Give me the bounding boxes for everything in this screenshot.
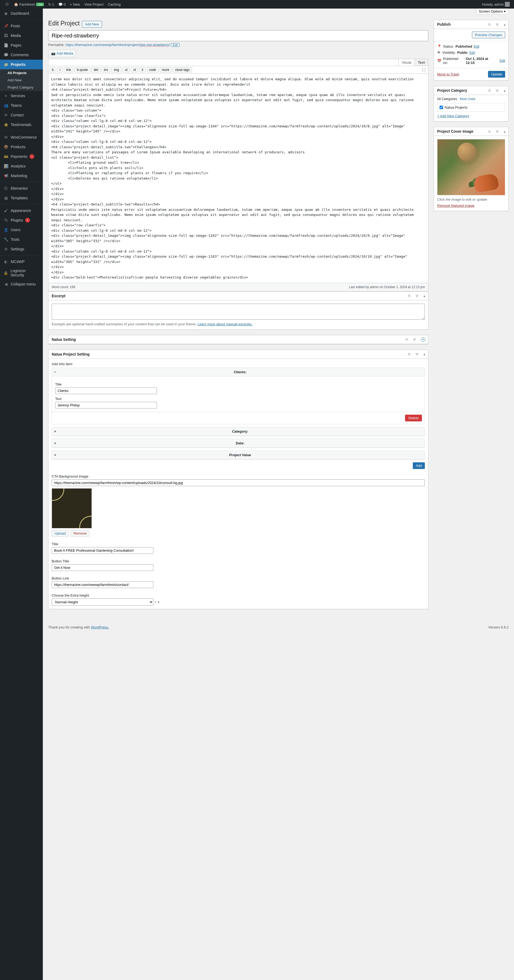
screen-options-toggle[interactable]: Screen Options ▾: [476, 9, 509, 14]
submenu-category[interactable]: Project Category: [0, 84, 43, 91]
excerpt-down[interactable]: ᐯ: [413, 294, 421, 298]
menu-users[interactable]: 👤Users: [0, 225, 43, 235]
submenu-all-projects[interactable]: All Projects: [0, 69, 43, 76]
qt-fullscreen[interactable]: ⛶: [421, 67, 427, 73]
publish-down[interactable]: ᐯ: [493, 22, 501, 27]
menu-plugins[interactable]: 🔌Plugins 1: [0, 215, 43, 225]
tab-text[interactable]: Text: [414, 59, 428, 66]
menu-contact[interactable]: ✉Contact: [0, 110, 43, 120]
menu-posts[interactable]: 📌Posts: [0, 21, 43, 31]
btn-link-input[interactable]: [52, 581, 153, 588]
preview-button[interactable]: Preview Changes: [472, 32, 505, 38]
natua-down[interactable]: ᐯ: [411, 337, 418, 341]
qt-ins[interactable]: ins: [101, 67, 110, 73]
edit-date[interactable]: Edit: [500, 59, 505, 63]
item-collapse[interactable]: −: [54, 370, 58, 374]
permalink-edit-button[interactable]: Edit: [171, 43, 180, 47]
remove-featured-image[interactable]: Remove featured image: [437, 204, 474, 208]
updates[interactable]: ↻ 1: [46, 0, 56, 9]
edit-visibility[interactable]: Edit: [469, 51, 475, 54]
menu-settings[interactable]: ⚙Settings: [0, 244, 43, 254]
menu-loginizer[interactable]: 🔒Loginizer Security: [0, 266, 43, 279]
publish-up[interactable]: ᐱ: [485, 22, 493, 27]
move-to-trash[interactable]: Move to Trash: [437, 72, 459, 76]
delete-item-button[interactable]: Delete: [405, 415, 422, 422]
excerpt-up[interactable]: ᐱ: [405, 294, 413, 298]
natua-p-up[interactable]: ᐱ: [405, 352, 413, 356]
cta-image-preview[interactable]: [52, 488, 92, 528]
qt-del[interactable]: del: [91, 67, 101, 73]
qt-close[interactable]: close tags: [173, 67, 192, 73]
menu-pages[interactable]: 📄Pages: [0, 40, 43, 50]
menu-mc4wp[interactable]: ◐MC4WP: [0, 257, 43, 266]
cat-down[interactable]: ᐯ: [493, 89, 501, 92]
cover-down[interactable]: ᐯ: [493, 129, 501, 134]
comments-count[interactable]: 💬 0: [56, 0, 68, 9]
update-button[interactable]: Update: [488, 71, 505, 78]
menu-payments[interactable]: 💳Payments 1: [0, 152, 43, 161]
menu-woocommerce[interactable]: WWooCommerce: [0, 132, 43, 142]
menu-tools[interactable]: 🔧Tools: [0, 235, 43, 244]
category-checkbox-row[interactable]: Natua Projects: [440, 105, 503, 110]
qt-b[interactable]: b: [49, 67, 56, 73]
qt-more[interactable]: more: [160, 67, 172, 73]
add-category-link[interactable]: + Add New Category: [437, 114, 469, 118]
menu-teams[interactable]: 👥Teams: [0, 100, 43, 110]
natua-plus-icon[interactable]: +: [421, 337, 425, 342]
menu-analytics[interactable]: 📊Analytics: [0, 161, 43, 171]
wp-logo[interactable]: ⓦ: [2, 0, 12, 9]
site-name[interactable]: 🏠 Farmfresh Live: [12, 0, 46, 9]
item-title-input[interactable]: [55, 387, 157, 394]
add-new-button[interactable]: Add New: [82, 21, 102, 27]
view-project[interactable]: View Project: [82, 0, 106, 9]
qt-bquote[interactable]: b-quote: [74, 67, 90, 73]
publish-toggle[interactable]: ▴: [501, 22, 508, 27]
qt-li[interactable]: li: [139, 67, 145, 73]
qt-code[interactable]: code: [147, 67, 158, 73]
menu-projects[interactable]: 📁Projects: [0, 60, 43, 69]
wordpress-link[interactable]: WordPress.: [91, 625, 109, 629]
item-expand[interactable]: +: [54, 453, 58, 457]
btn-title-input[interactable]: [52, 564, 153, 571]
item-expand[interactable]: +: [54, 441, 58, 445]
excerpt-textarea[interactable]: [52, 304, 425, 320]
item-text-input[interactable]: [55, 402, 157, 409]
content-editor[interactable]: Lorem eos dolor sit amet consectetur adi…: [48, 73, 428, 283]
tab-visual[interactable]: Visual: [398, 59, 414, 66]
select-clear[interactable]: ×: [155, 600, 156, 604]
natua-p-down[interactable]: ᐯ: [413, 352, 421, 356]
cat-up[interactable]: ᐱ: [485, 89, 493, 92]
caching[interactable]: Caching: [106, 0, 123, 9]
natua-up[interactable]: ᐱ: [403, 337, 411, 341]
menu-templates[interactable]: ▦Templates: [0, 193, 43, 203]
new-content[interactable]: + New: [68, 0, 82, 9]
add-item-button[interactable]: Add: [413, 462, 425, 469]
submenu-add-new[interactable]: Add New: [0, 76, 43, 84]
qt-ul[interactable]: ul: [123, 67, 130, 73]
category-checkbox[interactable]: [440, 106, 443, 109]
menu-dashboard[interactable]: ◉Dashboard: [0, 9, 43, 18]
cover-toggle[interactable]: ▴: [501, 129, 508, 134]
menu-testimonials[interactable]: ⭐Testimonials: [0, 120, 43, 129]
remove-image-button[interactable]: Remove: [71, 530, 89, 537]
cat-tab-all[interactable]: All Categories: [437, 97, 457, 101]
qt-i[interactable]: i: [57, 67, 63, 73]
menu-comments[interactable]: 💬Comments: [0, 50, 43, 60]
qt-img[interactable]: img: [111, 67, 121, 73]
post-title-input[interactable]: [48, 30, 428, 41]
permalink-link[interactable]: https://themazine.com/newwp/farmfresh/pr…: [65, 43, 170, 47]
upload-button[interactable]: Upload: [52, 530, 69, 537]
excerpt-toggle[interactable]: ▴: [421, 294, 428, 298]
cat-tab-used[interactable]: Most Used: [460, 97, 475, 101]
collapse-menu[interactable]: ◀Collapse menu: [0, 279, 43, 289]
menu-appearance[interactable]: 🖌Appearance: [0, 206, 43, 215]
cover-up[interactable]: ᐱ: [485, 129, 493, 134]
featured-image[interactable]: [437, 139, 505, 195]
menu-elementor[interactable]: ⒺElementor: [0, 183, 43, 193]
menu-marketing[interactable]: 📢Marketing: [0, 171, 43, 181]
edit-status[interactable]: Edit: [474, 45, 479, 48]
menu-services[interactable]: ≡Services: [0, 91, 43, 100]
cat-toggle[interactable]: ▴: [501, 89, 508, 92]
add-media-button[interactable]: 📷 Add Media: [48, 49, 76, 57]
extra-height-select[interactable]: Normal Height: [52, 598, 153, 606]
